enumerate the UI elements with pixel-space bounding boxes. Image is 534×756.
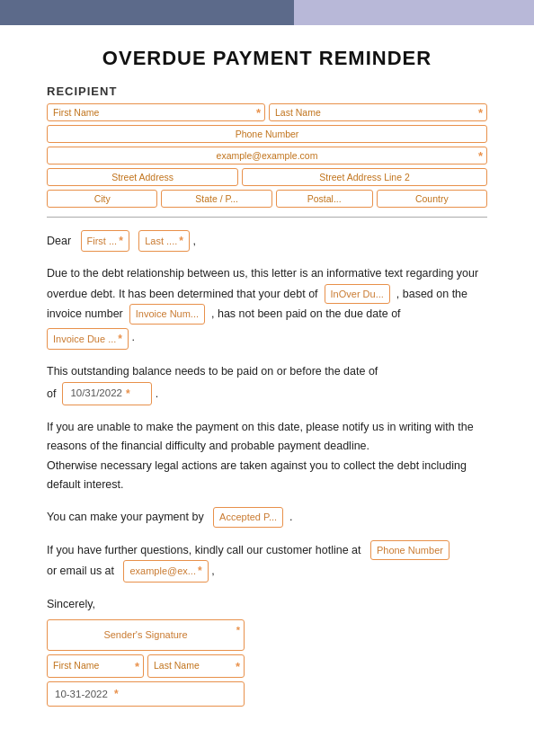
phone-row: Phone Number xyxy=(47,125,487,143)
street1-input[interactable]: Street Address xyxy=(47,168,238,186)
sincerely-section: Sincerely, Sender's Signature * First Na… xyxy=(47,595,487,707)
body-paragraph-3: If you are unable to make the payment on… xyxy=(47,418,487,494)
state-input[interactable]: State / P... xyxy=(161,190,271,208)
amount-input[interactable]: InOver Du... xyxy=(325,284,390,305)
email-line-text: or email us at xyxy=(47,565,114,577)
first-name-input[interactable]: First Name * xyxy=(47,103,265,121)
main-content: OVERDUE PAYMENT REMINDER RECIPIENT First… xyxy=(0,25,534,735)
street2-input[interactable]: Street Address Line 2 xyxy=(242,168,487,186)
accepted-payment-input[interactable]: Accepted P... xyxy=(213,507,283,528)
letter-body: Dear First ... * Last .... * , Due to th… xyxy=(47,230,487,707)
phone-input[interactable]: Phone Number xyxy=(47,125,487,143)
body-paragraph-2: This outstanding balance needs to be pai… xyxy=(47,362,487,405)
postal-input[interactable]: Postal... xyxy=(276,190,373,208)
sig-last-input[interactable]: Last Name * xyxy=(147,654,245,678)
phone-number-input[interactable]: Phone Number xyxy=(370,540,449,561)
dear-last-input[interactable]: Last .... * xyxy=(138,230,190,252)
required-star: * xyxy=(256,106,261,120)
email-row: example@example.com * xyxy=(47,147,487,165)
body-paragraph-1: Due to the debt relationship between us,… xyxy=(47,264,487,350)
last-name-input[interactable]: Last Name * xyxy=(269,103,487,121)
divider xyxy=(47,217,487,218)
city-input[interactable]: City xyxy=(47,190,157,208)
city-row: City State / P... Postal... Country xyxy=(47,190,487,208)
required-star: * xyxy=(478,106,483,120)
payment-paragraph: You can make your payment by Accepted P.… xyxy=(47,507,487,528)
email-contact-input[interactable]: example@ex... * xyxy=(123,560,208,582)
required-star: * xyxy=(478,149,483,163)
payment-date-input[interactable]: 10/31/2022 * xyxy=(62,382,152,405)
required-star: * xyxy=(114,688,119,700)
payment-line-text: You can make your payment by xyxy=(47,511,204,523)
country-input[interactable]: Country xyxy=(377,190,487,208)
sig-name-row: First Name * Last Name * xyxy=(47,654,245,678)
sincerely-label: Sincerely, xyxy=(47,595,487,614)
email-input[interactable]: example@example.com * xyxy=(47,147,487,165)
body6-text: Otherwise necessary legal actions are ta… xyxy=(47,459,467,491)
dear-text: Dear xyxy=(47,235,71,247)
body4-text: This outstanding balance needs to be pai… xyxy=(47,365,378,378)
dear-line: Dear First ... * Last .... * , xyxy=(47,230,487,252)
invoice-num-input[interactable]: Invoice Num... xyxy=(129,304,205,325)
top-bar xyxy=(0,0,534,25)
signature-input[interactable]: Sender's Signature * xyxy=(47,619,245,651)
top-bar-left xyxy=(0,0,294,25)
body3-text: , has not been paid on the due date of xyxy=(211,307,401,320)
invoice-due-input[interactable]: Invoice Due ... * xyxy=(47,328,129,350)
sig-date-input[interactable]: 10-31-2022 * xyxy=(47,681,245,707)
page-title: OVERDUE PAYMENT REMINDER xyxy=(47,47,487,70)
name-row: First Name * Last Name * xyxy=(47,103,487,121)
street-row: Street Address Street Address Line 2 xyxy=(47,168,487,186)
contact-paragraph: If you have further questions, kindly ca… xyxy=(47,540,487,583)
contact-line-text: If you have further questions, kindly ca… xyxy=(47,543,361,556)
dear-first-input[interactable]: First ... * xyxy=(81,230,129,252)
sig-first-input[interactable]: First Name * xyxy=(47,654,144,678)
recipient-label: RECIPIENT xyxy=(47,84,487,98)
top-bar-right xyxy=(294,0,534,25)
body5-text: If you are unable to make the payment on… xyxy=(47,421,474,452)
